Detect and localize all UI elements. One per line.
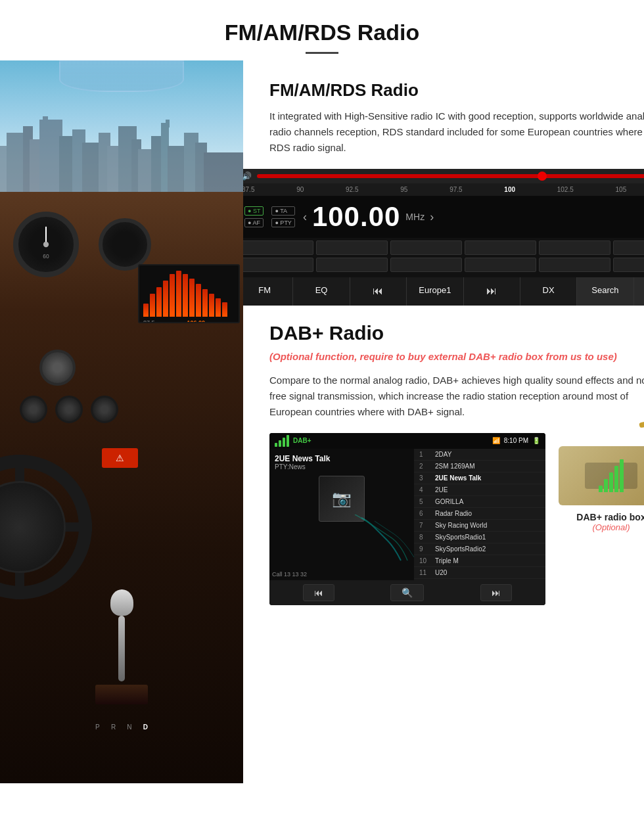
svg-rect-16 <box>166 120 170 127</box>
signal-bar <box>614 466 618 492</box>
dab-list-item[interactable]: 8 SkySportsRadio1 <box>414 532 545 543</box>
prev-button[interactable]: ⏮ <box>350 277 407 306</box>
gauge-left: 60 <box>13 212 79 277</box>
freq-navigation: ‹ 100.00 MHz › <box>303 201 434 233</box>
preset-4[interactable] <box>465 240 536 255</box>
bar <box>143 304 149 317</box>
dab-list-item[interactable]: 3 2UE News Talk <box>414 472 545 484</box>
freq-prev-arrow[interactable]: ‹ <box>303 210 307 224</box>
page-header: FM/AM/RDS Radio <box>0 0 644 60</box>
dx-button[interactable]: DX <box>520 277 577 306</box>
preset-9[interactable] <box>390 258 462 272</box>
preset-row-2 <box>242 258 644 272</box>
dab-search-button[interactable]: 🔍 <box>390 584 424 601</box>
wifi-icon: 📶 <box>492 437 500 444</box>
channel-num: 4 <box>419 486 431 493</box>
freq-95: 95 <box>400 186 407 193</box>
preset-11[interactable] <box>539 258 610 272</box>
dab-optional-text: (Optional function, require to buy exter… <box>269 350 644 365</box>
search-button[interactable]: Search <box>577 277 633 306</box>
dab-label: DAB+ <box>293 437 311 444</box>
channel-name: Radar Radio <box>435 510 472 517</box>
rearview-mirror <box>59 60 184 92</box>
tag-pty: ● PTY <box>271 218 294 227</box>
volume-track[interactable] <box>257 174 644 178</box>
volume-thumb[interactable] <box>538 172 547 181</box>
right-column: FM/AM/RDS Radio It integrated with High-… <box>243 60 644 783</box>
channel-num: 6 <box>419 510 431 517</box>
preset-rows <box>237 238 644 277</box>
dab-list-item[interactable]: 6 Radar Radio <box>414 508 545 520</box>
gear-base <box>95 685 148 704</box>
dab-next-button[interactable]: ⏭ <box>480 584 512 601</box>
dab-list-item[interactable]: 2 2SM 1269AM <box>414 461 545 472</box>
preset-2[interactable] <box>316 240 388 255</box>
fm-radio-ui: 🔊 30 87.5 90 92.5 95 97.5 100 102.5 105 … <box>237 169 644 306</box>
bar <box>216 298 221 317</box>
bar <box>189 279 195 317</box>
channel-name: 2SM 1269AM <box>435 463 475 470</box>
dab-box-optional: (Optional) <box>576 522 644 532</box>
eq-button[interactable]: EQ <box>293 277 350 306</box>
channel-name: Triple M <box>435 557 459 564</box>
gauge-right <box>99 218 151 271</box>
dab-box-caption: DAB+ radio box (Optional) <box>576 512 644 532</box>
next-button[interactable]: ⏭ <box>464 277 520 306</box>
hazard-button: ⚠ <box>102 448 138 468</box>
freq-102_5: 102.5 <box>557 186 574 193</box>
freq-87_5: 87.5 <box>242 186 254 193</box>
svg-point-21 <box>43 242 49 247</box>
dab-box-area: DAB+ radio box (Optional) <box>559 433 644 532</box>
signal-bar <box>604 479 608 492</box>
freq-92_5: 92.5 <box>346 186 358 193</box>
preset-row-1 <box>242 240 644 255</box>
preset-7[interactable] <box>242 258 313 272</box>
preset-12[interactable] <box>613 258 644 272</box>
fm-button[interactable]: FM <box>237 277 293 306</box>
freq-tags-left: ● ST ● AF <box>244 206 264 227</box>
channel-num: 11 <box>419 569 431 576</box>
dab-box-title: DAB+ radio box <box>576 512 644 522</box>
radio-controls: FM EQ ⏮ Europe1 ⏭ DX Search <box>237 277 644 306</box>
preset-6[interactable] <box>613 240 644 255</box>
preset-10[interactable] <box>465 258 536 272</box>
preset-8[interactable] <box>316 258 388 272</box>
preset-3[interactable] <box>390 240 462 255</box>
camera-icon: 📷 <box>332 490 352 508</box>
europe1-button[interactable]: Europe1 <box>407 277 463 306</box>
channel-name: 2UE <box>435 486 448 493</box>
dab-list-item[interactable]: 7 Sky Racing World <box>414 520 545 532</box>
dab-left-panel: 2UE News Talk PTY:News 📷 Call <box>269 449 414 580</box>
channel-num: 3 <box>419 474 431 482</box>
bar <box>156 287 162 317</box>
bar <box>202 289 208 317</box>
header-divider <box>306 52 338 54</box>
page-title: FM/AM/RDS Radio <box>13 20 631 45</box>
back-button[interactable]: ↩ <box>634 277 644 306</box>
dab-list-item[interactable]: 4 2UE <box>414 484 545 496</box>
signal-bar <box>599 486 603 492</box>
freq-90: 90 <box>296 186 304 193</box>
dab-list-item[interactable]: 1 2DAY <box>414 449 545 461</box>
fm-section-title: FM/AM/RDS Radio <box>269 80 644 101</box>
bar <box>176 271 181 317</box>
dab-station-name: 2UE News Talk <box>275 454 409 463</box>
channel-name: SkySportsRadio2 <box>435 545 486 553</box>
freq-tags-left2: ● TA ● PTY <box>271 206 294 227</box>
sig-bar-2 <box>279 440 281 447</box>
channel-name: SkySportsRadio1 <box>435 534 486 541</box>
dab-list-item[interactable]: 10 Triple M <box>414 555 545 567</box>
signal-bar <box>609 472 613 492</box>
channel-num: 7 <box>419 522 431 529</box>
dab-list-item[interactable]: 5 GORILLA <box>414 496 545 508</box>
dab-list-item[interactable]: 12 ZOD SMOOTH ROCK <box>414 579 545 580</box>
preset-5[interactable] <box>539 240 610 255</box>
freq-next-arrow[interactable]: › <box>430 210 434 224</box>
car-interior-photo: 60 87.5 106.00 98.00 106.00 <box>0 60 243 783</box>
fm-section: FM/AM/RDS Radio It integrated with High-… <box>243 60 644 169</box>
dab-list-item[interactable]: 9 SkySportsRadio2 <box>414 543 545 555</box>
preset-1[interactable] <box>242 240 313 255</box>
frequency-value: 100.00 <box>312 201 400 233</box>
dab-prev-button[interactable]: ⏮ <box>303 584 334 601</box>
dab-list-item[interactable]: 11 U20 <box>414 567 545 579</box>
